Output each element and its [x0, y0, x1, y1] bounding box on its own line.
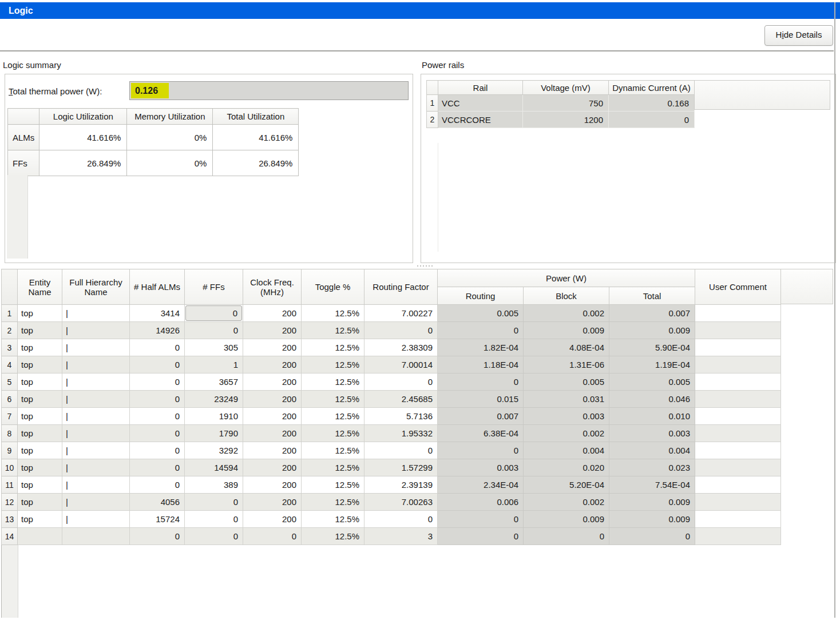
half-alms-cell[interactable]: 0	[130, 391, 185, 408]
row-header[interactable]: 13	[2, 511, 18, 528]
routing-factor-cell[interactable]: 5.7136	[364, 408, 438, 425]
column-header-power-routing[interactable]: Routing	[438, 287, 524, 305]
ffs-cell[interactable]: 0	[185, 511, 243, 528]
toggle-cell[interactable]: 12.5%	[302, 528, 364, 545]
routing-factor-cell[interactable]: 0	[364, 442, 438, 459]
routing-factor-cell[interactable]: 1.57299	[364, 459, 438, 476]
toggle-cell[interactable]: 12.5%	[302, 408, 364, 425]
column-header-user-comment[interactable]: User Comment	[695, 269, 781, 305]
user-comment-cell[interactable]	[695, 511, 781, 528]
clock-freq-cell[interactable]: 200	[243, 425, 302, 442]
column-header-total-utilization[interactable]: Total Utilization	[213, 109, 299, 125]
ffs-cell[interactable]: 1910	[185, 408, 243, 425]
user-comment-cell[interactable]	[695, 494, 781, 511]
routing-factor-cell[interactable]: 2.45685	[364, 391, 438, 408]
user-comment-cell[interactable]	[695, 373, 781, 391]
row-header[interactable]: 1	[2, 305, 18, 322]
hierarchy-cell[interactable]: |	[62, 322, 130, 339]
routing-factor-cell[interactable]: 2.38309	[364, 339, 438, 356]
toggle-cell[interactable]: 12.5%	[302, 391, 364, 408]
hierarchy-cell[interactable]: |	[62, 511, 130, 528]
row-header[interactable]: 4	[2, 356, 18, 373]
column-header-rail[interactable]: Rail	[438, 81, 523, 95]
hierarchy-cell[interactable]: |	[62, 356, 130, 373]
ffs-cell[interactable]: 0	[185, 322, 243, 339]
column-header-voltage[interactable]: Voltage (mV)	[523, 81, 609, 95]
toggle-cell[interactable]: 12.5%	[302, 339, 364, 356]
clock-freq-cell[interactable]: 0	[243, 528, 302, 545]
ffs-cell[interactable]: 0	[185, 528, 243, 545]
routing-factor-cell[interactable]: 0	[364, 373, 438, 391]
hierarchy-cell[interactable]: |	[62, 391, 130, 408]
clock-freq-cell[interactable]: 200	[243, 322, 302, 339]
entity-name-cell[interactable]: top	[18, 442, 62, 459]
column-header-clock-freq[interactable]: Clock Freq. (MHz)	[243, 269, 302, 305]
splitter-handle[interactable]	[412, 264, 437, 268]
toggle-cell[interactable]: 12.5%	[302, 356, 364, 373]
half-alms-cell[interactable]: 3414	[130, 305, 185, 322]
row-header[interactable]: 11	[2, 476, 18, 494]
ffs-cell[interactable]: 0	[185, 305, 243, 322]
hierarchy-cell[interactable]: |	[62, 408, 130, 425]
column-header-half-alms[interactable]: # Half ALMs	[130, 269, 185, 305]
entity-name-cell[interactable]: top	[18, 511, 62, 528]
toggle-cell[interactable]: 12.5%	[302, 511, 364, 528]
clock-freq-cell[interactable]: 200	[243, 494, 302, 511]
selected-cell-value[interactable]: 0	[185, 305, 242, 321]
routing-factor-cell[interactable]: 2.39139	[364, 476, 438, 494]
entity-name-cell[interactable]: top	[18, 391, 62, 408]
column-header-logic-utilization[interactable]: Logic Utilization	[39, 109, 127, 125]
half-alms-cell[interactable]: 4056	[130, 494, 185, 511]
column-header-full-hierarchy-name[interactable]: Full Hierarchy Name	[62, 269, 130, 305]
row-header-alms[interactable]: ALMs	[8, 125, 39, 150]
user-comment-cell[interactable]	[695, 305, 781, 322]
routing-factor-cell[interactable]: 0	[364, 322, 438, 339]
entity-name-cell[interactable]: top	[18, 459, 62, 476]
clock-freq-cell[interactable]: 200	[243, 442, 302, 459]
column-header-power-total[interactable]: Total	[609, 287, 695, 305]
hierarchy-cell[interactable]: |	[62, 494, 130, 511]
ffs-cell[interactable]: 389	[185, 476, 243, 494]
hierarchy-cell[interactable]: |	[62, 339, 130, 356]
hide-details-button[interactable]: Hide Details	[764, 25, 833, 46]
entity-name-cell[interactable]: top	[18, 373, 62, 391]
entity-name-cell[interactable]: top	[18, 339, 62, 356]
row-header[interactable]: 10	[2, 459, 18, 476]
clock-freq-cell[interactable]: 200	[243, 305, 302, 322]
hierarchy-cell[interactable]: |	[62, 476, 130, 494]
row-header[interactable]: 7	[2, 408, 18, 425]
half-alms-cell[interactable]: 0	[130, 442, 185, 459]
clock-freq-cell[interactable]: 200	[243, 459, 302, 476]
row-header[interactable]: 8	[2, 425, 18, 442]
user-comment-cell[interactable]	[695, 476, 781, 494]
clock-freq-cell[interactable]: 200	[243, 391, 302, 408]
column-group-header-power[interactable]: Power (W)	[438, 269, 695, 287]
clock-freq-cell[interactable]: 200	[243, 356, 302, 373]
row-header[interactable]: 6	[2, 391, 18, 408]
routing-factor-cell[interactable]: 0	[364, 511, 438, 528]
user-comment-cell[interactable]	[695, 528, 781, 545]
clock-freq-cell[interactable]: 200	[243, 476, 302, 494]
ffs-cell[interactable]: 1790	[185, 425, 243, 442]
entity-name-cell[interactable]: top	[18, 425, 62, 442]
clock-freq-cell[interactable]: 200	[243, 339, 302, 356]
total-thermal-power-field[interactable]: 0.126	[129, 81, 409, 100]
routing-factor-cell[interactable]: 7.00014	[364, 356, 438, 373]
hierarchy-cell[interactable]: |	[62, 425, 130, 442]
ffs-cell[interactable]: 14594	[185, 459, 243, 476]
ffs-cell[interactable]: 3292	[185, 442, 243, 459]
entity-name-cell[interactable]: top	[18, 305, 62, 322]
half-alms-cell[interactable]: 0	[130, 373, 185, 391]
user-comment-cell[interactable]	[695, 408, 781, 425]
ffs-cell[interactable]: 3657	[185, 373, 243, 391]
half-alms-cell[interactable]: 0	[130, 476, 185, 494]
row-header-ffs[interactable]: FFs	[8, 150, 39, 176]
column-header-entity-name[interactable]: Entity Name	[18, 269, 62, 305]
entity-name-cell[interactable]: top	[18, 408, 62, 425]
user-comment-cell[interactable]	[695, 459, 781, 476]
hierarchy-cell[interactable]: |	[62, 442, 130, 459]
clock-freq-cell[interactable]: 200	[243, 373, 302, 391]
half-alms-cell[interactable]: 0	[130, 356, 185, 373]
toggle-cell[interactable]: 12.5%	[302, 322, 364, 339]
column-header-memory-utilization[interactable]: Memory Utilization	[127, 109, 213, 125]
